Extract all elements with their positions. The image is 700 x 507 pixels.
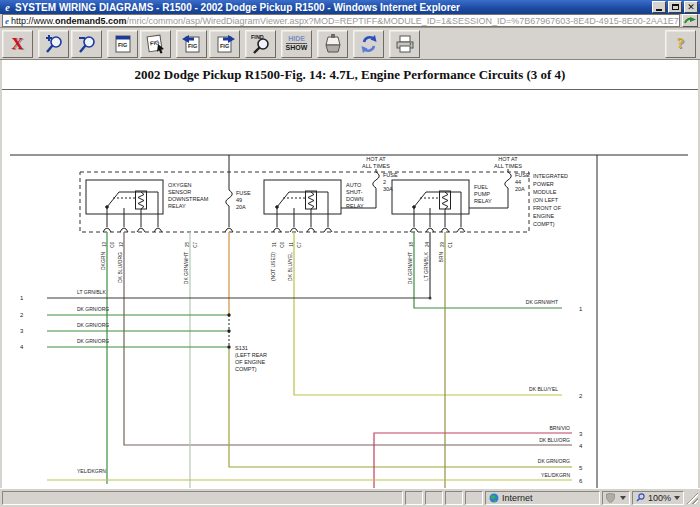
previous-figure-button[interactable]: FIG [176,30,207,58]
close-button[interactable]: ✕ [684,1,698,13]
hide-show-highlights-button[interactable]: HIDE SHOW [281,30,312,58]
svg-text:20A: 20A [236,204,246,210]
svg-text:INTEGRATED: INTEGRATED [533,173,568,179]
svg-text:DK BLU/YEL: DK BLU/YEL [287,252,293,281]
svg-text:LT GRN/BLK: LT GRN/BLK [77,289,106,295]
svg-text:6: 6 [579,478,583,484]
phishing-filter-panel[interactable] [602,491,630,505]
svg-text:DK GRN/WHT: DK GRN/WHT [526,299,558,305]
integrated-power-module-box [80,172,529,232]
svg-text:(ON LEFT: (ON LEFT [533,197,559,203]
right-wire-labels: DK GRN/WHT DK BLU/YEL BRN/VIO DK BLU/ORG… [526,299,571,478]
wire-dkgrn-wht-out [414,232,562,308]
hot-at-label: HOT AT [366,156,386,162]
svg-text:DK BLU/YEL: DK BLU/YEL [529,386,558,392]
svg-text:20A: 20A [515,186,525,192]
find-button[interactable]: FIND [245,30,276,58]
svg-text:24: 24 [425,242,430,248]
wiring-diagram[interactable]: HOT AT ALL TIMES HOT AT ALL TIMES INTEGR… [2,150,700,488]
status-bar: Internet 100% [0,488,700,507]
minimize-icon [656,9,662,11]
svg-text:OF ENGINE: OF ENGINE [235,359,266,365]
url-prefix: http://www. [11,16,55,26]
clear-highlights-button[interactable] [317,30,348,58]
svg-text:MODULE: MODULE [533,189,557,195]
svg-text:C7: C7 [193,242,198,248]
svg-text:C6: C6 [110,242,115,248]
zoom-in-button[interactable] [38,30,69,58]
relay-oxygen-label: OXYGEN SENSOR DOWNSTREAM RELAY [168,182,209,209]
url-input[interactable]: e http://www.ondemand5.com/mric/common/a… [2,14,680,27]
next-figure-icon: FIG [214,33,236,55]
hide-show-label: HIDE SHOW [286,35,308,52]
status-panel [425,491,443,505]
zoom-level-control[interactable]: 100% [632,491,684,505]
svg-text:(NOT USED): (NOT USED) [270,252,276,281]
ie-window: e SYSTEM WIRING DIAGRAMS - R1500 - 2002 … [0,0,700,507]
svg-text:25: 25 [185,242,190,248]
print-button[interactable] [389,30,420,58]
svg-text:FIG: FIG [188,43,197,49]
relay-auto-shutdown [264,180,341,232]
svg-text:BRN: BRN [438,252,444,263]
svg-text:C1: C1 [448,242,453,248]
svg-text:SENSOR: SENSOR [168,189,191,195]
fuse-44-label: FUSE 44 20A [515,172,530,192]
relay-fuel-pump-label: FUEL PUMP RELAY [474,184,492,204]
eraser-icon [322,33,344,55]
svg-text:ENGINE: ENGINE [533,213,554,219]
relay-asd-label: AUTO SHUT- DOWN RELAY [346,182,364,209]
resize-grip[interactable] [686,492,698,504]
bottom-left-wire-label: YEL/DKGRN [77,468,106,474]
svg-text:5: 5 [579,465,583,471]
next-figure-button[interactable]: FIG [209,30,240,58]
viewer-toolbar: X FIG FIG [0,28,700,60]
go-button[interactable] [682,14,698,27]
status-panel [405,491,423,505]
integrated-power-module-label: INTEGRATED POWER MODULE (ON LEFT FRONT O… [533,173,568,227]
svg-text:FUSE: FUSE [383,172,398,178]
close-figure-button[interactable]: X [2,30,33,58]
splice-s131-label: S131 (LEFT REAR OF ENGINE COMPT) [235,345,267,372]
svg-text:2: 2 [579,393,583,399]
svg-text:DK BLU/ORG: DK BLU/ORG [539,437,570,443]
svg-text:FIG: FIG [220,43,229,49]
svg-text:4: 4 [579,443,583,449]
url-path: /mric/common/asp/WiredDiagramViewer.aspx… [127,16,680,26]
fuse-49-label: FUSE 49 20A [236,190,251,210]
go-arrow-icon [684,16,696,26]
url-host: ondemand5.com [55,16,127,26]
svg-text:3: 3 [20,328,24,334]
restore-button[interactable] [668,1,682,13]
svg-text:13: 13 [102,242,107,248]
help-button[interactable]: ? [665,30,696,58]
figure-select-button[interactable]: FIG [140,30,171,58]
figure-list-button[interactable]: FIG [107,30,138,58]
security-zone-panel: Internet [485,491,600,505]
printer-icon [394,33,416,55]
zoom-out-icon [76,33,98,55]
figure-list-icon: FIG [112,33,134,55]
right-wire-numbers: 1 2 3 4 5 6 [579,306,583,484]
svg-text:2: 2 [383,179,386,185]
internet-globe-icon [489,493,499,503]
splice-s131 [227,297,431,349]
svg-text:DK GRN/ORG: DK GRN/ORG [77,322,109,328]
dropdown-arrow-icon [620,496,626,500]
svg-text:DK BLU/ORG: DK BLU/ORG [117,252,123,283]
zoom-level-value: 100% [648,493,671,503]
hot-at-label: ALL TIMES [362,163,390,169]
svg-text:FRONT OF: FRONT OF [533,205,562,211]
status-panel [465,491,483,505]
left-wire-numbers: 1 2 3 4 [20,295,24,350]
find-icon: FIND [249,32,273,56]
pin-labels: 13 C6 12 25 C7 31 C6 11 C7 18 24 29 C1 [102,242,453,248]
svg-text:2: 2 [20,312,24,318]
svg-text:AUTO: AUTO [346,182,362,188]
svg-text:3: 3 [579,431,583,437]
svg-text:C6: C6 [280,242,285,248]
refresh-button[interactable] [353,30,384,58]
figure-title: 2002 Dodge Pickup R1500-Fig. 14: 4.7L, E… [2,60,698,83]
zoom-out-button[interactable] [71,30,102,58]
minimize-button[interactable] [652,1,666,13]
